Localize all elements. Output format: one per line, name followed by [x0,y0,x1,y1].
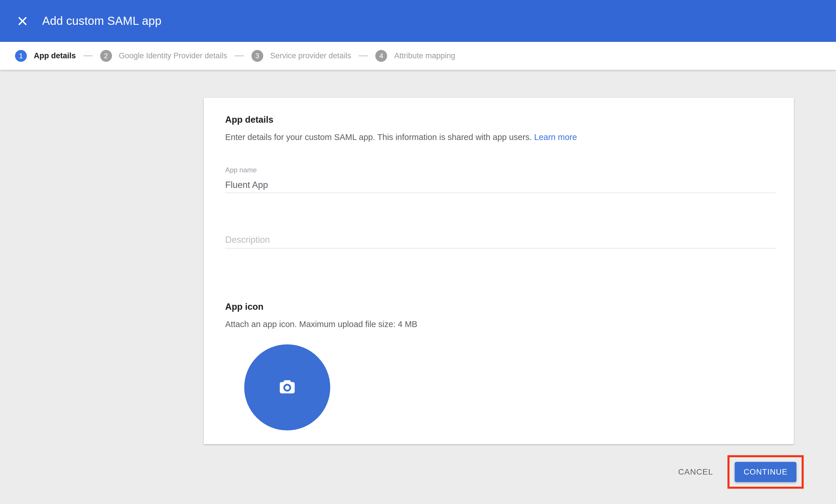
description-underline [225,248,775,249]
stepper: 1 App details 2 Google Identity Provider… [0,42,836,70]
dialog-title: Add custom SAML app [42,15,162,27]
app-name-underline [225,193,775,193]
step-number-badge: 1 [15,50,27,62]
step-app-details[interactable]: 1 App details [15,50,76,62]
close-icon[interactable] [15,13,31,29]
step-separator [235,55,244,56]
step-separator [359,55,368,56]
section-description: Enter details for your custom SAML app. … [225,133,577,142]
annotation-highlight-box: CONTINUE [727,455,804,489]
step-service-provider-details[interactable]: 3 Service provider details [251,50,351,62]
step-attribute-mapping[interactable]: 4 Attribute mapping [375,50,455,62]
app-icon-hint: Attach an app icon. Maximum upload file … [225,319,417,329]
step-label: Google Identity Provider details [119,51,227,60]
app-details-card: App details Enter details for your custo… [204,98,794,444]
step-label: App details [34,51,76,60]
camera-icon [280,380,295,395]
app-name-input[interactable]: Fluent App [225,180,775,190]
step-number-badge: 4 [375,50,387,62]
section-description-text: Enter details for your custom SAML app. … [225,133,532,142]
step-number-badge: 3 [251,50,263,62]
dialog-header: Add custom SAML app [0,0,836,42]
description-input[interactable]: Description [225,235,775,245]
step-number-badge: 2 [100,50,112,62]
app-icon-title: App icon [225,302,264,312]
step-google-idp-details[interactable]: 2 Google Identity Provider details [100,50,227,62]
cancel-button[interactable]: CANCEL [678,467,713,477]
learn-more-link[interactable]: Learn more [534,133,577,142]
step-label: Attribute mapping [394,51,455,60]
section-title: App details [225,115,273,125]
step-label: Service provider details [270,51,351,60]
app-icon-upload-button[interactable] [244,344,330,430]
app-name-label: App name [225,166,256,174]
dialog-footer: CANCEL CONTINUE [678,455,804,489]
step-separator [83,55,93,56]
continue-button[interactable]: CONTINUE [735,462,796,482]
